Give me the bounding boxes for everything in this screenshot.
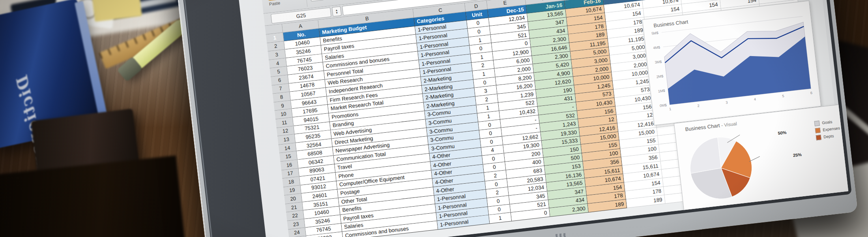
screen: Paste ⬇ Fill▼ ✕ Clear▼ [235,0,848,237]
chart-legend: GoalsExpensesDepts [814,118,841,141]
hinge-vents-icon [556,233,567,237]
svg-text:5: 5 [782,94,784,98]
screen-bezel: Paste ⬇ Fill▼ ✕ Clear▼ [180,0,852,237]
svg-text:3: 3 [726,100,728,105]
bold-button[interactable]: B [310,0,324,2]
clear-button[interactable]: ✕ Clear▼ [282,0,303,1]
pie-callout-25: 25% [793,152,802,158]
legend-swatch [816,135,821,140]
svg-text:0M$: 0M$ [660,103,667,108]
area-chart: 5M$4M$3M$2M$1M$0M$123456 [644,11,819,120]
svg-text:4: 4 [754,97,756,102]
svg-text:2M$: 2M$ [656,74,664,79]
clear-x-icon: ✕ [282,0,287,1]
legend-swatch [814,120,820,126]
legend-item: Expenses [815,126,840,134]
svg-text:2: 2 [697,103,700,108]
legend-label: Depts [823,134,834,139]
svg-text:3M$: 3M$ [655,60,662,64]
pie-chart [679,121,790,211]
legend-label: Goals [822,120,832,125]
svg-text:6: 6 [810,91,812,95]
photo-scene: Dictionary [0,0,868,237]
legend-item: Depts [816,132,841,140]
area-chart-panel[interactable]: Business Chart 5M$4M$3M$2M$1M$0M$123456 [642,0,821,125]
pie-callout-50: 50% [778,130,787,135]
paste-button[interactable]: Paste [269,0,280,6]
legend-item: Goals [814,118,840,126]
cell-reference-stepper[interactable]: ▲▼ [332,6,342,17]
svg-text:1M$: 1M$ [658,88,665,93]
legend-swatch [815,128,821,133]
pie-chart-panel[interactable]: Business Chart - Visual GoalsExpensesDep… [674,104,848,218]
row-number[interactable]: 24 [288,228,306,237]
laptop: Paste ⬇ Fill▼ ✕ Clear▼ [174,0,858,237]
svg-text:5M$: 5M$ [651,31,659,36]
svg-text:4M$: 4M$ [653,45,660,50]
legend-label: Expenses [823,126,840,132]
spreadsheet-app: Paste ⬇ Fill▼ ✕ Clear▼ [258,0,844,237]
svg-text:1: 1 [669,107,672,111]
